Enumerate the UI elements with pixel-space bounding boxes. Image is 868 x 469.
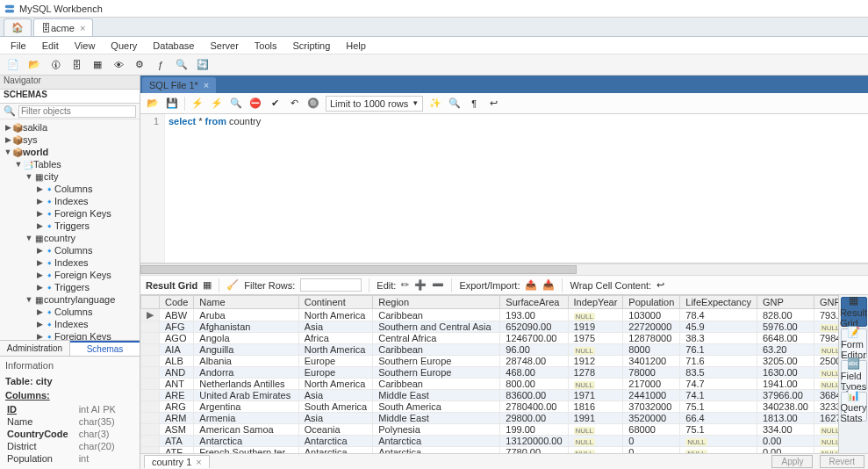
- cell[interactable]: 3205.00: [757, 356, 814, 367]
- cell[interactable]: Caribbean: [373, 379, 500, 390]
- cell[interactable]: French Southern ter...: [194, 447, 298, 454]
- cell[interactable]: 83600.00: [500, 390, 568, 401]
- cell[interactable]: 323310.00: [814, 401, 838, 413]
- table-row[interactable]: ATFFrench Southern ter...AntarcticaAntar…: [141, 447, 839, 454]
- cell[interactable]: 468.00: [500, 367, 568, 379]
- row-indicator[interactable]: [141, 333, 160, 344]
- execute-cursor-icon[interactable]: ⚡: [210, 97, 224, 111]
- column-header[interactable]: Code: [160, 296, 194, 309]
- tree-twisty-icon[interactable]: ▼: [14, 160, 23, 169]
- cell[interactable]: North America: [298, 379, 373, 390]
- home-tab[interactable]: 🏠: [4, 18, 32, 36]
- cell[interactable]: 75.1: [680, 424, 757, 436]
- nav-tab-schemas[interactable]: Schemas: [70, 341, 140, 356]
- cell[interactable]: NULL: [814, 379, 838, 390]
- menu-database[interactable]: Database: [146, 39, 201, 53]
- tree-node[interactable]: ▼📑Tables: [0, 158, 140, 170]
- open-sql-icon[interactable]: 📂: [26, 57, 42, 73]
- tree-node[interactable]: ▶🔹Indexes: [0, 195, 140, 207]
- filter-icon[interactable]: 🧹: [226, 279, 239, 291]
- cell[interactable]: Anguilla: [194, 344, 298, 356]
- column-header[interactable]: Region: [373, 296, 500, 309]
- cell[interactable]: 75.1: [680, 401, 757, 413]
- editor-horizontal-scrollbar[interactable]: [140, 263, 868, 276]
- cell[interactable]: Antarctica: [298, 436, 373, 447]
- cell[interactable]: 74.7: [680, 379, 757, 390]
- cell[interactable]: 13120000.00: [500, 436, 568, 447]
- close-icon[interactable]: ×: [196, 457, 201, 467]
- column-header[interactable]: GNPOld: [814, 296, 838, 309]
- cell[interactable]: Asia: [298, 413, 373, 424]
- cell[interactable]: 217000: [623, 379, 680, 390]
- cell[interactable]: ARE: [160, 390, 194, 401]
- cell[interactable]: 1971: [568, 390, 623, 401]
- cell[interactable]: Albania: [194, 356, 298, 367]
- tree-twisty-icon[interactable]: ▶: [35, 332, 44, 340]
- cell[interactable]: NULL: [568, 447, 623, 454]
- column-header[interactable]: Continent: [298, 296, 373, 309]
- cell[interactable]: 83.5: [680, 367, 757, 379]
- tree-twisty-icon[interactable]: ▶: [35, 221, 44, 230]
- revert-button[interactable]: Revert: [820, 455, 864, 468]
- menu-edit[interactable]: Edit: [35, 39, 66, 53]
- search-data-icon[interactable]: 🔍: [174, 57, 190, 73]
- table-row[interactable]: ARMArmeniaAsiaMiddle East29800.001991352…: [141, 413, 839, 424]
- reconnect-icon[interactable]: 🔄: [195, 57, 211, 73]
- cell[interactable]: 2441000: [623, 390, 680, 401]
- explain-icon[interactable]: 🔍: [229, 97, 243, 111]
- cell[interactable]: 96.00: [500, 344, 568, 356]
- table-row[interactable]: ATAAntarcticaAntarcticaAntarctica1312000…: [141, 436, 839, 447]
- cell[interactable]: NULL: [680, 436, 757, 447]
- cell[interactable]: 0.00: [757, 436, 814, 447]
- tree-node[interactable]: ▶🔹Triggers: [0, 220, 140, 232]
- tree-twisty-icon[interactable]: ▼: [4, 148, 12, 156]
- cell[interactable]: Southern Europe: [373, 367, 500, 379]
- row-indicator[interactable]: [141, 390, 160, 401]
- column-header[interactable]: Name: [194, 296, 298, 309]
- tree-twisty-icon[interactable]: ▼: [25, 234, 33, 242]
- row-indicator[interactable]: [141, 344, 160, 356]
- open-file-icon[interactable]: 📂: [146, 97, 160, 111]
- tree-twisty-icon[interactable]: ▼: [25, 172, 33, 181]
- cell[interactable]: 334.00: [757, 424, 814, 436]
- tree-twisty-icon[interactable]: ▶: [35, 283, 44, 292]
- new-view-icon[interactable]: 👁: [111, 57, 126, 73]
- cell[interactable]: 78000: [623, 367, 680, 379]
- column-header[interactable]: GNP: [757, 296, 814, 309]
- cell[interactable]: 2500.00: [814, 356, 838, 367]
- autocommit-icon[interactable]: 🔘: [306, 97, 320, 111]
- cell[interactable]: South America: [298, 401, 373, 413]
- cell[interactable]: Antarctica: [373, 447, 500, 454]
- rollback-icon[interactable]: ↶: [287, 97, 301, 111]
- cell[interactable]: 74.1: [680, 390, 757, 401]
- cell[interactable]: 1816: [568, 401, 623, 413]
- sql-code[interactable]: select * from country: [165, 114, 868, 263]
- cell[interactable]: 340238.00: [757, 401, 814, 413]
- cell[interactable]: Andorra: [194, 367, 298, 379]
- cell[interactable]: Netherlands Antilles: [194, 379, 298, 390]
- cell[interactable]: South America: [373, 401, 500, 413]
- menu-scripting[interactable]: Scripting: [286, 39, 338, 53]
- tree-node[interactable]: ▼▦city: [0, 170, 140, 183]
- cell[interactable]: Antarctica: [373, 436, 500, 447]
- cell[interactable]: NULL: [680, 447, 757, 454]
- tree-twisty-icon[interactable]: ▶: [35, 258, 44, 267]
- cell[interactable]: 800.00: [500, 379, 568, 390]
- inspector-icon[interactable]: 🛈: [47, 57, 63, 73]
- cell[interactable]: NULL: [568, 436, 623, 447]
- cell[interactable]: 22720000: [623, 321, 680, 333]
- cell[interactable]: AND: [160, 367, 194, 379]
- cell[interactable]: United Arab Emirates: [194, 390, 298, 401]
- row-indicator[interactable]: [141, 436, 160, 447]
- add-row-icon[interactable]: ➕: [414, 279, 427, 291]
- table-row[interactable]: AIAAnguillaNorth AmericaCaribbean96.00NU…: [141, 344, 839, 356]
- cell[interactable]: AIA: [160, 344, 194, 356]
- cell[interactable]: 652090.00: [500, 321, 568, 333]
- new-func-icon[interactable]: ƒ: [153, 57, 169, 73]
- cell[interactable]: 6648.00: [757, 333, 814, 344]
- row-indicator[interactable]: [141, 321, 160, 333]
- new-table-icon[interactable]: ▦: [90, 57, 105, 73]
- table-row[interactable]: AFGAfghanistanAsiaSouthern and Central A…: [141, 321, 839, 333]
- cell[interactable]: 45.9: [680, 321, 757, 333]
- cell[interactable]: NULL: [814, 447, 838, 454]
